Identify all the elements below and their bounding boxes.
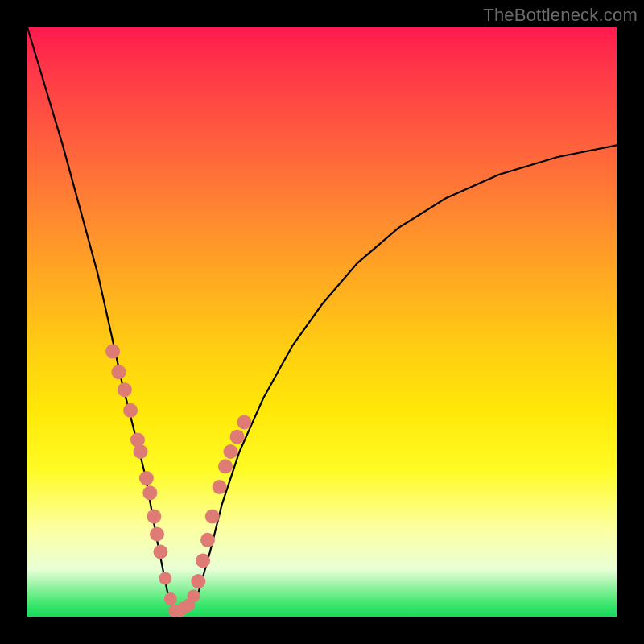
data-marker: [205, 510, 220, 524]
chart-svg: [27, 27, 617, 617]
data-marker: [187, 589, 200, 602]
data-marker: [213, 480, 227, 494]
data-marker: [200, 533, 215, 547]
data-marker: [139, 471, 154, 485]
data-marker: [230, 430, 245, 444]
bottleneck-curve: [27, 27, 617, 611]
watermark-text: TheBottleneck.com: [483, 5, 638, 26]
data-marker: [218, 459, 233, 473]
data-marker: [112, 365, 126, 379]
outer-frame: TheBottleneck.com: [0, 0, 644, 644]
data-marker: [105, 345, 120, 359]
plot-area: [27, 27, 617, 617]
data-marker: [118, 382, 132, 397]
data-marker: [191, 574, 205, 588]
data-marker: [147, 510, 161, 524]
data-marker: [237, 415, 251, 429]
data-marker: [134, 444, 148, 459]
data-marker: [159, 572, 171, 584]
data-marker: [196, 554, 210, 568]
data-marker: [224, 444, 238, 459]
data-marker: [153, 545, 167, 559]
data-marker: [142, 485, 157, 500]
data-marker: [150, 527, 164, 542]
data-marker: [164, 592, 177, 605]
data-marker: [123, 403, 138, 418]
